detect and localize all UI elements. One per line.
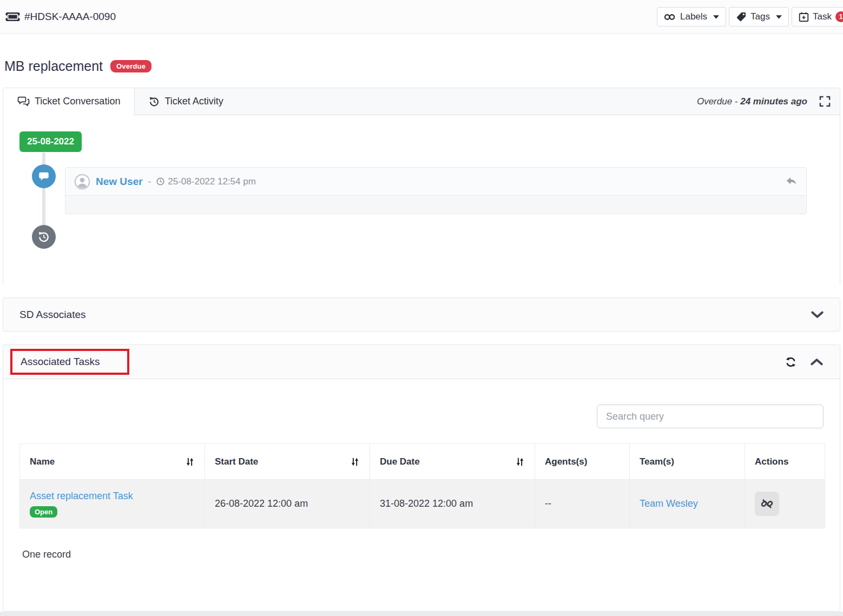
tab-label: Ticket Conversation bbox=[35, 96, 120, 107]
timeline-message-node bbox=[32, 164, 56, 188]
toolbar-buttons: Labels Tags Task 1 bbox=[657, 7, 843, 27]
page-bottom-strip bbox=[0, 612, 843, 616]
sort-icon bbox=[515, 457, 525, 467]
associated-tasks-body: Name Start Date bbox=[3, 379, 840, 560]
tab-label: Ticket Activity bbox=[164, 96, 223, 107]
associated-tasks-header: Associated Tasks bbox=[3, 345, 840, 379]
refresh-button[interactable] bbox=[785, 356, 796, 368]
cell-task-name: Asset replacement Task Open bbox=[20, 480, 205, 528]
tab-ticket-activity[interactable]: Ticket Activity bbox=[135, 88, 237, 115]
history-icon bbox=[149, 96, 160, 107]
conversation-body: 25-08-2022 New User - bbox=[3, 115, 840, 285]
message-header: New User - 25-08-2022 12:54 pm bbox=[65, 168, 806, 196]
message-author-link[interactable]: New User bbox=[96, 176, 143, 188]
collapse-toggle[interactable] bbox=[811, 311, 824, 319]
tab-ticket-conversation[interactable]: Ticket Conversation bbox=[3, 88, 135, 115]
open-status-badge: Open bbox=[30, 506, 57, 518]
refresh-icon bbox=[785, 356, 796, 368]
associated-tasks-title: Associated Tasks bbox=[21, 356, 100, 367]
ticket-id: #HDSK-AAAA-0090 bbox=[5, 11, 116, 23]
avatar-icon bbox=[74, 174, 90, 190]
ticket-icon bbox=[5, 12, 20, 22]
sd-associates-title: SD Associates bbox=[19, 309, 86, 321]
annotation-highlight: Associated Tasks bbox=[10, 349, 129, 375]
tag-icon bbox=[736, 11, 747, 22]
message-card: New User - 25-08-2022 12:54 pm bbox=[65, 167, 807, 214]
task-button-label: Task bbox=[813, 11, 832, 22]
task-count-badge: 1 bbox=[835, 11, 843, 22]
reply-icon bbox=[785, 175, 798, 188]
table-header-row: Name Start Date bbox=[20, 444, 825, 480]
ticket-id-label: #HDSK-AAAA-0090 bbox=[24, 11, 116, 23]
unlink-icon bbox=[760, 497, 774, 511]
search-input[interactable] bbox=[597, 405, 824, 428]
task-name-link[interactable]: Asset replacement Task bbox=[30, 491, 133, 501]
column-header-name[interactable]: Name bbox=[20, 444, 205, 480]
associated-tasks-panel: Associated Tasks bbox=[3, 345, 840, 612]
collapse-toggle[interactable] bbox=[811, 358, 823, 366]
conversation-tabbar: Ticket Conversation Ticket Activity Over… bbox=[3, 88, 840, 115]
comments-icon bbox=[17, 96, 30, 107]
cell-due-date: 31-08-2022 12:00 am bbox=[370, 480, 535, 528]
fullscreen-button[interactable] bbox=[819, 96, 831, 107]
column-header-agents: Agents(s) bbox=[535, 444, 630, 480]
table-row: Asset replacement Task Open 26-08-2022 1… bbox=[20, 480, 825, 528]
title-row: MB replacement Overdue bbox=[0, 34, 843, 81]
conversation-panel: Ticket Conversation Ticket Activity Over… bbox=[3, 88, 840, 285]
top-bar: #HDSK-AAAA-0090 Labels Tags Task 1 bbox=[0, 0, 843, 34]
labels-button-label: Labels bbox=[680, 11, 707, 22]
fullscreen-icon bbox=[819, 96, 831, 107]
chat-bubble-icon bbox=[38, 170, 50, 182]
cell-teams: Team Wesley bbox=[630, 480, 745, 528]
history-icon bbox=[38, 231, 50, 243]
tags-button[interactable]: Tags bbox=[729, 7, 789, 27]
column-header-actions: Actions bbox=[745, 444, 825, 480]
cell-start-date: 26-08-2022 12:00 am bbox=[205, 480, 370, 528]
column-header-teams: Team(s) bbox=[630, 444, 745, 480]
tags-button-label: Tags bbox=[750, 11, 770, 22]
clock-icon bbox=[156, 177, 164, 186]
tasks-table: Name Start Date bbox=[19, 443, 825, 528]
caret-down-icon bbox=[713, 15, 719, 19]
page-title: MB replacement bbox=[4, 58, 103, 74]
sd-associates-panel[interactable]: SD Associates bbox=[3, 297, 840, 332]
reply-button[interactable] bbox=[785, 175, 798, 188]
message-timestamp: 25-08-2022 12:54 pm bbox=[156, 176, 256, 187]
task-button[interactable]: Task 1 bbox=[792, 7, 843, 27]
overdue-badge: Overdue bbox=[110, 60, 152, 72]
timeline-date-badge: 25-08-2022 bbox=[19, 131, 82, 152]
caret-down-icon bbox=[776, 15, 782, 19]
labels-button[interactable]: Labels bbox=[657, 7, 726, 27]
labels-icon bbox=[664, 14, 676, 21]
sort-icon bbox=[185, 457, 195, 467]
message-separator: - bbox=[148, 176, 152, 187]
team-link[interactable]: Team Wesley bbox=[640, 498, 698, 509]
record-count: One record bbox=[19, 528, 824, 560]
cell-agents: -- bbox=[535, 480, 630, 528]
chevron-up-icon bbox=[811, 358, 823, 366]
column-header-start-date[interactable]: Start Date bbox=[205, 444, 370, 480]
timeline-history-node bbox=[32, 225, 56, 249]
chevron-down-icon bbox=[811, 311, 824, 319]
unlink-task-button[interactable] bbox=[755, 492, 779, 516]
calendar-plus-icon bbox=[799, 12, 809, 22]
column-header-due-date[interactable]: Due Date bbox=[370, 444, 535, 480]
overdue-status-text: Overdue - 24 minutes ago bbox=[697, 96, 807, 107]
overdue-status: Overdue - 24 minutes ago bbox=[697, 88, 840, 115]
cell-actions bbox=[745, 480, 825, 528]
sort-icon bbox=[350, 457, 360, 467]
